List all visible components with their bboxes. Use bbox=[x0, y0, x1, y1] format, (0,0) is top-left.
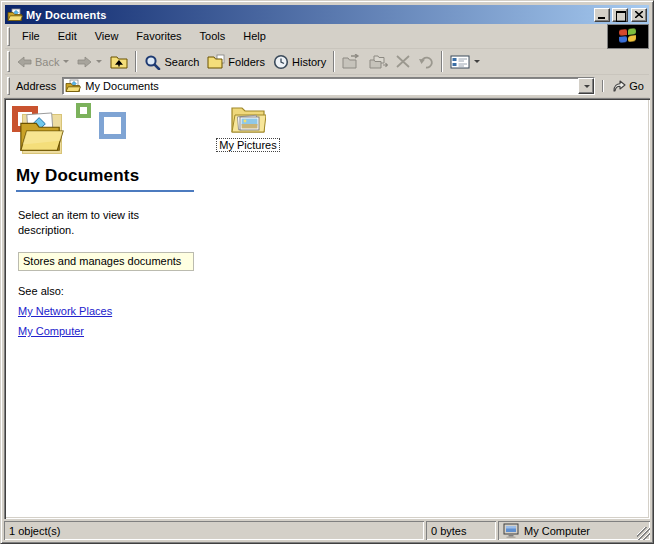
banner-green-square bbox=[76, 103, 91, 118]
panel-title: My Documents bbox=[16, 166, 204, 186]
menubar-grip[interactable] bbox=[7, 27, 10, 46]
up-folder-icon bbox=[110, 54, 128, 69]
folder-banner-graphic bbox=[6, 102, 136, 158]
menu-view[interactable]: View bbox=[86, 28, 128, 45]
forward-dropdown-icon[interactable] bbox=[96, 60, 102, 63]
banner-blue-square bbox=[99, 112, 126, 139]
open-folder-icon bbox=[7, 7, 23, 23]
file-list-area[interactable]: My Pictures bbox=[204, 98, 650, 519]
address-dropdown-button[interactable] bbox=[578, 78, 594, 94]
file-item-my-pictures[interactable]: My Pictures bbox=[212, 103, 284, 152]
toolbar-grip[interactable] bbox=[7, 51, 10, 72]
status-size: 0 bytes bbox=[426, 521, 496, 540]
panel-title-rule bbox=[16, 190, 194, 192]
views-button[interactable] bbox=[446, 51, 484, 73]
go-button[interactable]: Go bbox=[607, 78, 649, 94]
search-icon bbox=[144, 54, 161, 70]
status-zone: My Computer bbox=[498, 521, 650, 540]
move-to-button[interactable] bbox=[338, 51, 365, 73]
views-grid-icon bbox=[450, 55, 470, 69]
close-button[interactable] bbox=[631, 8, 647, 22]
see-also-label: See also: bbox=[18, 285, 204, 297]
minimize-button[interactable] bbox=[594, 8, 610, 22]
open-folder-icon bbox=[65, 78, 81, 94]
folder-infotip: Stores and manages documents bbox=[18, 252, 194, 271]
toolbar-separator bbox=[333, 51, 335, 72]
window-title: My Documents bbox=[26, 9, 592, 21]
address-label: Address bbox=[13, 80, 62, 92]
copy-to-icon bbox=[369, 54, 388, 69]
forward-arrow-icon bbox=[77, 56, 92, 68]
back-dropdown-icon[interactable] bbox=[63, 60, 69, 63]
standard-toolbar: Back Search bbox=[5, 49, 649, 75]
link-my-network-places[interactable]: My Network Places bbox=[18, 305, 112, 317]
toolbar-separator bbox=[441, 51, 443, 72]
search-button[interactable]: Search bbox=[140, 51, 203, 73]
history-clock-icon bbox=[273, 54, 289, 70]
up-button[interactable] bbox=[106, 51, 132, 73]
forward-button[interactable] bbox=[73, 51, 106, 73]
folders-button[interactable]: Folders bbox=[203, 51, 269, 73]
windows-flag-throbber-icon bbox=[608, 25, 648, 48]
history-button[interactable]: History bbox=[269, 51, 330, 73]
delete-x-icon bbox=[396, 55, 410, 68]
titlebar[interactable]: My Documents bbox=[5, 5, 649, 24]
address-combobox[interactable]: My Documents bbox=[62, 77, 595, 95]
move-to-icon bbox=[342, 54, 361, 69]
file-item-label[interactable]: My Pictures bbox=[216, 138, 279, 152]
back-button[interactable]: Back bbox=[13, 51, 73, 73]
go-arrow-icon bbox=[612, 79, 626, 93]
undo-arrow-icon bbox=[418, 55, 434, 69]
toolbar-separator bbox=[135, 51, 137, 72]
resize-grip[interactable] bbox=[637, 527, 650, 540]
menu-favorites[interactable]: Favorites bbox=[127, 28, 190, 45]
explorer-window: My Documents File Edit View Favorites To… bbox=[0, 0, 654, 544]
back-arrow-icon bbox=[17, 56, 32, 68]
panel-description: Select an item to view its description. bbox=[18, 208, 178, 238]
statusbar: 1 object(s) 0 bytes My Computer bbox=[4, 519, 650, 540]
chevron-down-icon bbox=[584, 85, 590, 88]
undo-button[interactable] bbox=[414, 51, 438, 73]
webview-info-panel: My Documents Select an item to view its … bbox=[4, 98, 204, 519]
link-my-computer[interactable]: My Computer bbox=[18, 325, 84, 337]
status-zone-label: My Computer bbox=[524, 525, 590, 537]
my-computer-icon bbox=[503, 523, 520, 538]
my-documents-folder-icon bbox=[18, 110, 64, 156]
delete-button[interactable] bbox=[392, 51, 414, 73]
status-object-count: 1 object(s) bbox=[4, 521, 424, 540]
views-dropdown-icon[interactable] bbox=[474, 60, 480, 63]
maximize-button[interactable] bbox=[612, 8, 628, 22]
folders-icon bbox=[207, 54, 225, 69]
menubar: File Edit View Favorites Tools Help bbox=[5, 25, 649, 49]
addressbar-grip[interactable] bbox=[7, 77, 10, 95]
go-separator bbox=[602, 80, 604, 92]
copy-to-button[interactable] bbox=[365, 51, 392, 73]
menu-help[interactable]: Help bbox=[234, 28, 275, 45]
folder-content-area: My Documents Select an item to view its … bbox=[4, 98, 650, 519]
addressbar: Address My Documents Go bbox=[5, 75, 649, 98]
menu-tools[interactable]: Tools bbox=[191, 28, 235, 45]
my-pictures-folder-icon[interactable] bbox=[230, 103, 266, 136]
menu-edit[interactable]: Edit bbox=[49, 28, 86, 45]
menu-file[interactable]: File bbox=[13, 28, 49, 45]
address-value[interactable]: My Documents bbox=[85, 80, 578, 92]
